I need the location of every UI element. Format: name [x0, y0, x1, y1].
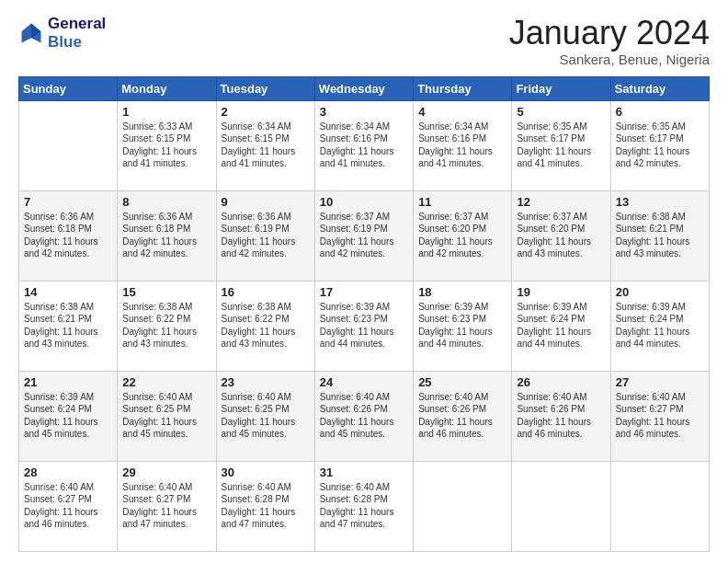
day-info: Sunrise: 6:37 AMSunset: 6:19 PMDaylight:… [320, 211, 408, 260]
day-number: 7 [24, 195, 112, 209]
day-info: Sunrise: 6:38 AMSunset: 6:21 PMDaylight:… [616, 211, 704, 260]
calendar-cell: 19Sunrise: 6:39 AMSunset: 6:24 PMDayligh… [512, 281, 610, 371]
day-number: 27 [616, 375, 704, 389]
logo: General Blue [18, 15, 106, 51]
day-number: 11 [418, 195, 506, 209]
day-info: Sunrise: 6:39 AMSunset: 6:24 PMDaylight:… [517, 301, 605, 350]
day-info: Sunrise: 6:34 AMSunset: 6:16 PMDaylight:… [418, 121, 506, 170]
day-info: Sunrise: 6:39 AMSunset: 6:24 PMDaylight:… [24, 391, 112, 441]
calendar-cell: 15Sunrise: 6:38 AMSunset: 6:22 PMDayligh… [118, 281, 216, 371]
calendar-cell: 24Sunrise: 6:40 AMSunset: 6:26 PMDayligh… [314, 371, 413, 461]
day-info: Sunrise: 6:39 AMSunset: 6:23 PMDaylight:… [418, 301, 506, 350]
day-info: Sunrise: 6:34 AMSunset: 6:16 PMDaylight:… [320, 121, 408, 170]
day-info: Sunrise: 6:36 AMSunset: 6:18 PMDaylight:… [122, 211, 210, 260]
location: Sankera, Benue, Nigeria [509, 52, 710, 67]
logo-text: General Blue [48, 15, 106, 51]
calendar-cell: 12Sunrise: 6:37 AMSunset: 6:20 PMDayligh… [512, 190, 610, 281]
day-number: 14 [24, 285, 112, 299]
day-info: Sunrise: 6:40 AMSunset: 6:25 PMDaylight:… [122, 391, 210, 441]
day-number: 2 [222, 105, 310, 119]
day-number: 12 [517, 195, 605, 209]
calendar-cell [512, 461, 610, 551]
day-info: Sunrise: 6:38 AMSunset: 6:22 PMDaylight:… [222, 301, 310, 350]
day-number: 18 [418, 285, 506, 299]
title-block: January 2024 Sankera, Benue, Nigeria [509, 15, 710, 67]
calendar-cell: 5Sunrise: 6:35 AMSunset: 6:17 PMDaylight… [512, 100, 610, 190]
calendar-cell [19, 100, 118, 190]
day-info: Sunrise: 6:40 AMSunset: 6:26 PMDaylight:… [517, 391, 605, 441]
day-number: 10 [320, 195, 408, 209]
day-number: 24 [320, 375, 408, 389]
calendar-cell: 2Sunrise: 6:34 AMSunset: 6:15 PMDaylight… [216, 100, 314, 190]
calendar-week-row: 1Sunrise: 6:33 AMSunset: 6:15 PMDaylight… [19, 100, 710, 190]
day-info: Sunrise: 6:38 AMSunset: 6:21 PMDaylight:… [24, 301, 112, 350]
day-number: 30 [222, 465, 310, 479]
day-number: 17 [320, 285, 408, 299]
calendar-cell: 4Sunrise: 6:34 AMSunset: 6:16 PMDaylight… [414, 100, 512, 190]
calendar-cell: 31Sunrise: 6:40 AMSunset: 6:28 PMDayligh… [314, 461, 413, 551]
day-number: 3 [320, 105, 408, 119]
day-info: Sunrise: 6:37 AMSunset: 6:20 PMDaylight:… [517, 211, 605, 260]
day-number: 19 [517, 285, 605, 299]
calendar-cell: 26Sunrise: 6:40 AMSunset: 6:26 PMDayligh… [512, 371, 610, 461]
day-number: 25 [418, 375, 506, 389]
day-number: 8 [122, 195, 210, 209]
calendar-week-row: 7Sunrise: 6:36 AMSunset: 6:18 PMDaylight… [19, 190, 710, 281]
calendar-cell: 6Sunrise: 6:35 AMSunset: 6:17 PMDaylight… [610, 100, 709, 190]
day-info: Sunrise: 6:37 AMSunset: 6:20 PMDaylight:… [418, 211, 506, 260]
day-number: 16 [222, 285, 310, 299]
calendar-cell: 20Sunrise: 6:39 AMSunset: 6:24 PMDayligh… [610, 281, 709, 371]
calendar-cell: 17Sunrise: 6:39 AMSunset: 6:23 PMDayligh… [314, 281, 413, 371]
day-info: Sunrise: 6:40 AMSunset: 6:25 PMDaylight:… [222, 391, 310, 441]
calendar-cell: 3Sunrise: 6:34 AMSunset: 6:16 PMDaylight… [314, 100, 413, 190]
calendar-cell: 25Sunrise: 6:40 AMSunset: 6:26 PMDayligh… [414, 371, 512, 461]
month-title: January 2024 [509, 15, 710, 52]
day-info: Sunrise: 6:35 AMSunset: 6:17 PMDaylight:… [616, 121, 704, 170]
day-number: 15 [122, 285, 210, 299]
page: General Blue January 2024 Sankera, Benue… [0, 0, 728, 563]
day-info: Sunrise: 6:40 AMSunset: 6:27 PMDaylight:… [122, 481, 210, 531]
day-number: 21 [24, 375, 112, 389]
calendar-cell: 21Sunrise: 6:39 AMSunset: 6:24 PMDayligh… [19, 371, 118, 461]
day-info: Sunrise: 6:36 AMSunset: 6:18 PMDaylight:… [24, 211, 112, 260]
day-info: Sunrise: 6:40 AMSunset: 6:28 PMDaylight:… [320, 481, 408, 531]
day-info: Sunrise: 6:40 AMSunset: 6:26 PMDaylight:… [418, 391, 506, 441]
calendar-header-row: SundayMondayTuesdayWednesdayThursdayFrid… [19, 76, 710, 100]
day-number: 26 [517, 375, 605, 389]
day-header-friday: Friday [512, 76, 610, 100]
day-number: 5 [517, 105, 605, 119]
calendar-table: SundayMondayTuesdayWednesdayThursdayFrid… [18, 76, 710, 552]
calendar-cell: 10Sunrise: 6:37 AMSunset: 6:19 PMDayligh… [314, 190, 413, 281]
calendar-cell: 11Sunrise: 6:37 AMSunset: 6:20 PMDayligh… [414, 190, 512, 281]
calendar-week-row: 14Sunrise: 6:38 AMSunset: 6:21 PMDayligh… [19, 281, 710, 371]
calendar-cell: 18Sunrise: 6:39 AMSunset: 6:23 PMDayligh… [414, 281, 512, 371]
day-header-saturday: Saturday [610, 76, 709, 100]
day-header-monday: Monday [118, 76, 216, 100]
calendar-cell: 30Sunrise: 6:40 AMSunset: 6:28 PMDayligh… [216, 461, 314, 551]
calendar-week-row: 28Sunrise: 6:40 AMSunset: 6:27 PMDayligh… [19, 461, 710, 551]
day-number: 20 [616, 285, 704, 299]
day-info: Sunrise: 6:36 AMSunset: 6:19 PMDaylight:… [222, 211, 310, 260]
day-header-thursday: Thursday [414, 76, 512, 100]
calendar-cell: 29Sunrise: 6:40 AMSunset: 6:27 PMDayligh… [118, 461, 216, 551]
day-number: 6 [616, 105, 704, 119]
day-info: Sunrise: 6:34 AMSunset: 6:15 PMDaylight:… [222, 121, 310, 170]
day-info: Sunrise: 6:39 AMSunset: 6:23 PMDaylight:… [320, 301, 408, 350]
day-number: 4 [418, 105, 506, 119]
day-info: Sunrise: 6:40 AMSunset: 6:28 PMDaylight:… [222, 481, 310, 531]
calendar-cell: 14Sunrise: 6:38 AMSunset: 6:21 PMDayligh… [19, 281, 118, 371]
calendar-cell: 1Sunrise: 6:33 AMSunset: 6:15 PMDaylight… [118, 100, 216, 190]
calendar-cell [414, 461, 512, 551]
calendar-cell: 13Sunrise: 6:38 AMSunset: 6:21 PMDayligh… [610, 190, 709, 281]
header: General Blue January 2024 Sankera, Benue… [18, 15, 710, 67]
day-info: Sunrise: 6:33 AMSunset: 6:15 PMDaylight:… [122, 121, 210, 170]
calendar-week-row: 21Sunrise: 6:39 AMSunset: 6:24 PMDayligh… [19, 371, 710, 461]
day-info: Sunrise: 6:40 AMSunset: 6:26 PMDaylight:… [320, 391, 408, 441]
calendar-cell: 16Sunrise: 6:38 AMSunset: 6:22 PMDayligh… [216, 281, 314, 371]
day-number: 23 [222, 375, 310, 389]
day-info: Sunrise: 6:40 AMSunset: 6:27 PMDaylight:… [616, 391, 704, 441]
day-info: Sunrise: 6:40 AMSunset: 6:27 PMDaylight:… [24, 481, 112, 531]
logo-icon [18, 20, 44, 46]
day-header-tuesday: Tuesday [216, 76, 314, 100]
day-number: 31 [320, 465, 408, 479]
